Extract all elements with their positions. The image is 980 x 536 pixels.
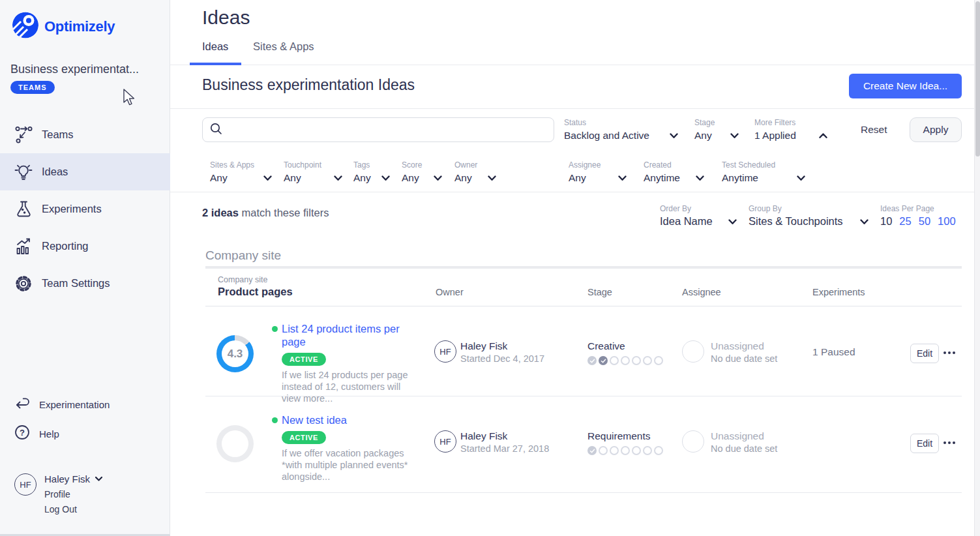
assignee-due: No due date set — [711, 443, 777, 454]
more-actions-icon[interactable] — [943, 441, 955, 444]
unassigned-avatar — [682, 430, 704, 453]
edit-button[interactable]: Edit — [910, 434, 939, 453]
team-name: Business experimentat... — [10, 63, 162, 76]
logout-link[interactable]: Log Out — [44, 504, 102, 514]
filter-status[interactable]: StatusBacklog and Active — [564, 118, 678, 141]
dropdown-value: Idea Name — [660, 215, 713, 228]
filter-value: Backlog and Active — [564, 129, 649, 141]
owner-avatar: HF — [434, 430, 456, 453]
filter-label: Score — [402, 160, 422, 170]
filter-value: Any — [694, 129, 715, 141]
table-row: 4.3 List 24 product items per page ACTIV… — [205, 306, 962, 396]
help-icon: ? — [14, 424, 30, 443]
sidebar-item-ideas[interactable]: Ideas — [0, 153, 170, 190]
results-bar: 2 ideas match these filters Order ByIdea… — [170, 192, 974, 250]
reset-button[interactable]: Reset — [861, 117, 887, 142]
owner-started: Started Dec 4, 2017 — [460, 353, 544, 365]
idea-description: If we offer vacation packages *with mult… — [282, 447, 412, 483]
profile-link[interactable]: Profile — [44, 489, 102, 499]
search-box[interactable] — [202, 117, 554, 142]
filter-value: Any — [402, 171, 422, 184]
create-new-idea-button[interactable]: Create New Idea... — [849, 74, 962, 98]
vertical-scrollbar[interactable] — [974, 0, 980, 536]
edit-button[interactable]: Edit — [910, 344, 939, 363]
brand-wordmark: Optimizely — [44, 18, 115, 35]
stage-dot-empty — [621, 356, 630, 365]
filter-label: Tags — [353, 160, 371, 170]
filter-value: Any — [454, 171, 477, 184]
stage-dot-empty — [610, 446, 619, 455]
per-page-option-100[interactable]: 100 — [938, 215, 956, 228]
unassigned-avatar — [682, 340, 704, 363]
results-count: 2 ideas — [202, 207, 239, 218]
help-label: Help — [39, 428, 59, 439]
filter-assignee[interactable]: AssigneeAny — [569, 160, 627, 184]
user-menu[interactable]: Haley Fisk — [44, 473, 102, 484]
help-item[interactable]: ? Help — [14, 424, 59, 443]
teams-badge: TEAMS — [10, 81, 55, 94]
filter-value: Anytime — [722, 171, 775, 184]
apply-button[interactable]: Apply — [910, 117, 962, 142]
group-title: Company site — [205, 248, 281, 263]
sidebar-item-reporting[interactable]: Reporting — [0, 228, 170, 265]
search-input[interactable] — [228, 120, 554, 140]
filter-created[interactable]: CreatedAnytime — [644, 160, 704, 184]
assignee-cell: Unassigned No due date set — [711, 430, 777, 454]
filter-test-scheduled[interactable]: Test ScheduledAnytime — [722, 160, 805, 184]
filter-score[interactable]: ScoreAny — [402, 160, 442, 184]
main-content: Ideas Ideas Sites & Apps Business experi… — [170, 0, 974, 536]
per-page-option-10[interactable]: 10 — [880, 215, 892, 228]
sidebar-item-team-settings[interactable]: Team Settings — [0, 265, 170, 302]
owner-name: Haley Fisk — [460, 430, 549, 442]
tab-sites-apps[interactable]: Sites & Apps — [253, 40, 314, 53]
back-to-experimentation[interactable]: Experimentation — [14, 396, 110, 412]
idea-title-link[interactable]: New test idea — [282, 413, 415, 426]
flask-icon — [14, 200, 33, 218]
assignee-name: Unassigned — [711, 430, 777, 442]
per-page-label: Ideas Per Page — [880, 204, 956, 213]
stage-dot-check — [587, 356, 597, 365]
ideas-per-page: Ideas Per Page 10 25 50 100 — [880, 204, 956, 228]
order-by-dropdown[interactable]: Order ByIdea Name — [660, 204, 737, 228]
tab-ideas[interactable]: Ideas — [202, 40, 228, 53]
filter-tags[interactable]: TagsAny — [353, 160, 390, 184]
more-actions-icon[interactable] — [943, 351, 955, 354]
idea-cell: New test idea ACTIVE If we offer vacatio… — [272, 413, 419, 483]
stage-dot-empty — [654, 446, 663, 455]
back-link-label: Experimentation — [39, 399, 110, 410]
table-header-touchpoint: Product pages — [218, 286, 293, 298]
gear-icon — [14, 275, 33, 293]
sidebar-item-experiments[interactable]: Experiments — [0, 190, 170, 228]
group-by-dropdown[interactable]: Group BySites & Touchpoints — [749, 204, 869, 228]
filter-bar: StatusBacklog and Active StageAny More F… — [170, 109, 974, 192]
chevron-down-icon — [670, 133, 678, 139]
per-page-option-50[interactable]: 50 — [919, 215, 930, 228]
brand-logo[interactable]: Optimizely — [12, 11, 115, 42]
sidebar-item-teams[interactable]: Teams — [0, 116, 170, 153]
scrollbar-thumb[interactable] — [975, 1, 980, 156]
stage-dot-empty — [632, 356, 641, 365]
chevron-down-icon — [797, 175, 805, 181]
per-page-option-25[interactable]: 25 — [899, 215, 911, 228]
filter-touchpoint[interactable]: TouchpointAny — [284, 160, 342, 184]
bar-chart-icon — [14, 237, 33, 256]
table-header: Company site Product pages Owner Stage A… — [205, 266, 962, 306]
owner-name: Haley Fisk — [460, 340, 544, 352]
filter-value: Anytime — [644, 171, 680, 184]
sidebar-item-label: Experiments — [42, 203, 102, 215]
filter-more-filters[interactable]: More Filters1 Applied — [754, 118, 827, 141]
user-block: HF Haley Fisk Profile Log Out — [14, 473, 102, 514]
sidebar-item-label: Reporting — [42, 240, 89, 252]
filter-owner[interactable]: OwnerAny — [454, 160, 496, 184]
filter-sites-apps[interactable]: Sites & AppsAny — [210, 160, 272, 184]
chevron-down-icon — [381, 175, 390, 181]
idea-title-link[interactable]: List 24 product items per page — [282, 322, 415, 348]
column-header-assignee: Assignee — [682, 287, 721, 297]
filter-stage[interactable]: StageAny — [694, 118, 739, 141]
avatar[interactable]: HF — [14, 473, 37, 496]
stage-name: Requirements — [587, 430, 663, 442]
filter-label: Assignee — [569, 160, 601, 170]
stage-progress-dots — [587, 446, 663, 455]
owner-started: Started Mar 27, 2018 — [460, 443, 549, 454]
lightbulb-icon — [14, 163, 33, 181]
